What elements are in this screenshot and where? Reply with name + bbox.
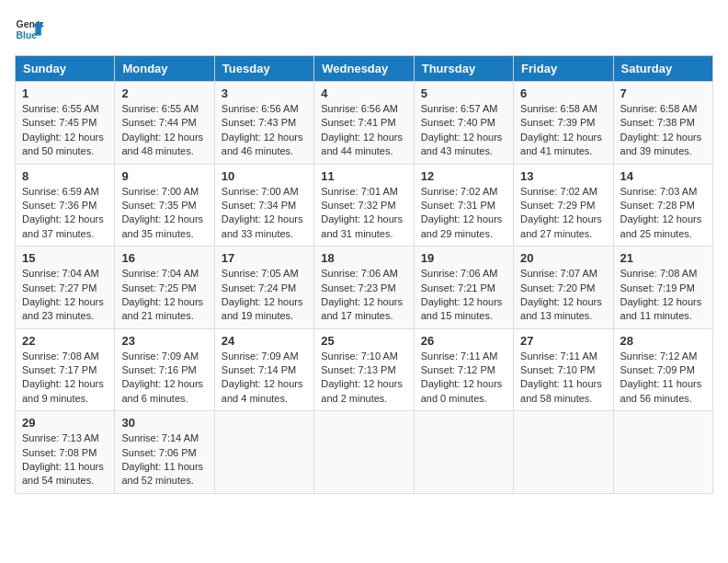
col-header-tuesday: Tuesday [214, 56, 313, 82]
col-header-wednesday: Wednesday [314, 56, 414, 82]
day-info: Sunrise: 6:56 AMSunset: 7:43 PMDaylight:… [222, 102, 307, 159]
day-info: Sunrise: 7:02 AMSunset: 7:29 PMDaylight:… [520, 185, 606, 242]
calendar-header-row: SundayMondayTuesdayWednesdayThursdayFrid… [16, 56, 713, 82]
calendar-cell: 13Sunrise: 7:02 AMSunset: 7:29 PMDayligh… [514, 164, 613, 247]
col-header-sunday: Sunday [16, 56, 115, 82]
day-number: 23 [121, 334, 207, 348]
calendar-table: SundayMondayTuesdayWednesdayThursdayFrid… [15, 55, 713, 494]
day-info: Sunrise: 7:08 AMSunset: 7:19 PMDaylight:… [620, 267, 706, 324]
calendar-cell [514, 411, 613, 494]
day-info: Sunrise: 7:01 AMSunset: 7:32 PMDaylight:… [321, 185, 406, 242]
calendar-cell: 28Sunrise: 7:12 AMSunset: 7:09 PMDayligh… [613, 328, 712, 411]
calendar-cell: 14Sunrise: 7:03 AMSunset: 7:28 PMDayligh… [613, 164, 712, 247]
calendar-cell [613, 411, 712, 494]
calendar-cell: 22Sunrise: 7:08 AMSunset: 7:17 PMDayligh… [16, 328, 115, 411]
week-row-1: 1Sunrise: 6:55 AMSunset: 7:45 PMDaylight… [16, 82, 713, 165]
calendar-cell: 4Sunrise: 6:56 AMSunset: 7:41 PMDaylight… [314, 82, 414, 165]
day-number: 16 [121, 251, 207, 265]
calendar-cell: 5Sunrise: 6:57 AMSunset: 7:40 PMDaylight… [414, 82, 513, 165]
day-info: Sunrise: 7:11 AMSunset: 7:12 PMDaylight:… [421, 350, 506, 407]
week-row-4: 22Sunrise: 7:08 AMSunset: 7:17 PMDayligh… [16, 328, 713, 411]
day-number: 11 [321, 169, 406, 183]
day-info: Sunrise: 7:00 AMSunset: 7:34 PMDaylight:… [222, 185, 307, 242]
day-number: 30 [121, 416, 207, 430]
day-number: 6 [520, 86, 606, 100]
calendar-cell: 18Sunrise: 7:06 AMSunset: 7:23 PMDayligh… [314, 247, 414, 329]
day-info: Sunrise: 6:57 AMSunset: 7:40 PMDaylight:… [421, 102, 506, 159]
day-info: Sunrise: 7:11 AMSunset: 7:10 PMDaylight:… [520, 350, 606, 407]
day-info: Sunrise: 6:55 AMSunset: 7:44 PMDaylight:… [121, 102, 207, 159]
day-info: Sunrise: 7:07 AMSunset: 7:20 PMDaylight:… [520, 267, 606, 324]
day-info: Sunrise: 7:13 AMSunset: 7:08 PMDaylight:… [22, 431, 108, 488]
day-info: Sunrise: 6:59 AMSunset: 7:36 PMDaylight:… [22, 185, 108, 242]
day-number: 2 [121, 86, 207, 100]
day-number: 1 [22, 86, 108, 100]
day-number: 27 [520, 334, 606, 348]
calendar-cell: 12Sunrise: 7:02 AMSunset: 7:31 PMDayligh… [414, 164, 513, 247]
col-header-monday: Monday [115, 56, 214, 82]
day-info: Sunrise: 7:12 AMSunset: 7:09 PMDaylight:… [620, 350, 706, 407]
calendar-cell: 29Sunrise: 7:13 AMSunset: 7:08 PMDayligh… [16, 411, 115, 494]
day-info: Sunrise: 7:10 AMSunset: 7:13 PMDaylight:… [321, 350, 406, 407]
calendar-cell: 17Sunrise: 7:05 AMSunset: 7:24 PMDayligh… [214, 247, 313, 329]
svg-text:Blue: Blue [17, 30, 38, 40]
calendar-cell: 9Sunrise: 7:00 AMSunset: 7:35 PMDaylight… [115, 164, 214, 247]
day-number: 12 [421, 169, 506, 183]
day-number: 21 [620, 251, 706, 265]
day-info: Sunrise: 6:56 AMSunset: 7:41 PMDaylight:… [321, 102, 406, 159]
day-info: Sunrise: 7:04 AMSunset: 7:25 PMDaylight:… [121, 267, 207, 324]
day-number: 26 [421, 334, 506, 348]
calendar-cell: 11Sunrise: 7:01 AMSunset: 7:32 PMDayligh… [314, 164, 414, 247]
day-number: 8 [22, 169, 108, 183]
calendar-cell: 1Sunrise: 6:55 AMSunset: 7:45 PMDaylight… [16, 82, 115, 165]
day-number: 17 [222, 251, 307, 265]
calendar-cell [314, 411, 414, 494]
week-row-2: 8Sunrise: 6:59 AMSunset: 7:36 PMDaylight… [16, 164, 713, 247]
day-number: 25 [321, 334, 406, 348]
logo-icon: General Blue [15, 15, 44, 44]
calendar-cell: 23Sunrise: 7:09 AMSunset: 7:16 PMDayligh… [115, 328, 214, 411]
day-number: 19 [421, 251, 506, 265]
calendar-cell: 19Sunrise: 7:06 AMSunset: 7:21 PMDayligh… [414, 247, 513, 329]
day-number: 28 [620, 334, 706, 348]
day-number: 10 [222, 169, 307, 183]
calendar-cell: 3Sunrise: 6:56 AMSunset: 7:43 PMDaylight… [214, 82, 313, 165]
day-number: 7 [620, 86, 706, 100]
calendar-cell: 7Sunrise: 6:58 AMSunset: 7:38 PMDaylight… [613, 82, 712, 165]
calendar-cell: 16Sunrise: 7:04 AMSunset: 7:25 PMDayligh… [115, 247, 214, 329]
calendar-cell: 30Sunrise: 7:14 AMSunset: 7:06 PMDayligh… [115, 411, 214, 494]
calendar-cell: 26Sunrise: 7:11 AMSunset: 7:12 PMDayligh… [414, 328, 513, 411]
day-info: Sunrise: 7:09 AMSunset: 7:16 PMDaylight:… [121, 350, 207, 407]
day-number: 14 [620, 169, 706, 183]
day-number: 4 [321, 86, 406, 100]
day-info: Sunrise: 7:14 AMSunset: 7:06 PMDaylight:… [121, 431, 207, 488]
calendar-cell: 8Sunrise: 6:59 AMSunset: 7:36 PMDaylight… [16, 164, 115, 247]
day-number: 9 [121, 169, 207, 183]
calendar-cell: 27Sunrise: 7:11 AMSunset: 7:10 PMDayligh… [514, 328, 613, 411]
calendar-cell: 2Sunrise: 6:55 AMSunset: 7:44 PMDaylight… [115, 82, 214, 165]
day-number: 24 [222, 334, 307, 348]
day-info: Sunrise: 7:08 AMSunset: 7:17 PMDaylight:… [22, 350, 108, 407]
day-info: Sunrise: 6:58 AMSunset: 7:38 PMDaylight:… [620, 102, 706, 159]
calendar-cell [414, 411, 513, 494]
calendar-cell: 10Sunrise: 7:00 AMSunset: 7:34 PMDayligh… [214, 164, 313, 247]
day-number: 22 [22, 334, 108, 348]
logo: General Blue [15, 15, 44, 44]
day-info: Sunrise: 7:00 AMSunset: 7:35 PMDaylight:… [121, 185, 207, 242]
calendar-cell: 25Sunrise: 7:10 AMSunset: 7:13 PMDayligh… [314, 328, 414, 411]
week-row-3: 15Sunrise: 7:04 AMSunset: 7:27 PMDayligh… [16, 247, 713, 329]
calendar-cell: 15Sunrise: 7:04 AMSunset: 7:27 PMDayligh… [16, 247, 115, 329]
day-info: Sunrise: 7:03 AMSunset: 7:28 PMDaylight:… [620, 185, 706, 242]
calendar-cell: 21Sunrise: 7:08 AMSunset: 7:19 PMDayligh… [613, 247, 712, 329]
col-header-friday: Friday [514, 56, 613, 82]
day-info: Sunrise: 6:58 AMSunset: 7:39 PMDaylight:… [520, 102, 606, 159]
calendar-cell: 20Sunrise: 7:07 AMSunset: 7:20 PMDayligh… [514, 247, 613, 329]
day-number: 3 [222, 86, 307, 100]
day-info: Sunrise: 7:06 AMSunset: 7:23 PMDaylight:… [321, 267, 406, 324]
day-info: Sunrise: 7:06 AMSunset: 7:21 PMDaylight:… [421, 267, 506, 324]
day-number: 29 [22, 416, 108, 430]
calendar-cell: 24Sunrise: 7:09 AMSunset: 7:14 PMDayligh… [214, 328, 313, 411]
page-header: General Blue [15, 15, 713, 44]
week-row-5: 29Sunrise: 7:13 AMSunset: 7:08 PMDayligh… [16, 411, 713, 494]
day-number: 18 [321, 251, 406, 265]
